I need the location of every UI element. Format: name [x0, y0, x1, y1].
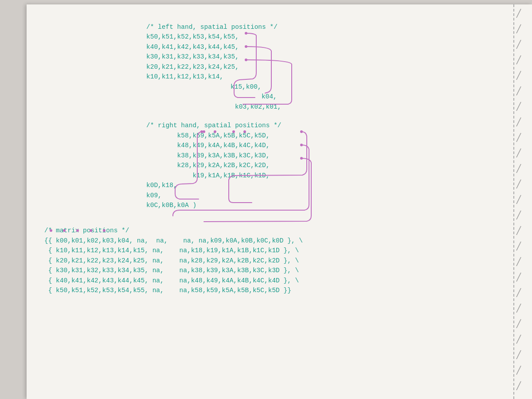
svg-line-1	[516, 24, 521, 33]
left-hand-section: /* left hand, spatial positions */ k50,k…	[44, 22, 505, 112]
svg-line-4	[516, 71, 521, 80]
svg-line-10	[516, 164, 521, 173]
left-hand-comment: /* left hand, spatial positions */	[146, 22, 505, 32]
svg-line-23	[516, 366, 521, 375]
svg-line-22	[516, 350, 521, 359]
matrix-section: /* matrix positions */ {{ k00,k01,k02,k0…	[44, 226, 505, 295]
right-hand-cont-1: k0D,k18,	[146, 180, 505, 190]
svg-line-17	[516, 273, 521, 282]
right-hand-row-5: k19,k1A,k1B,k1C,k1D,	[146, 171, 505, 180]
left-hand-cont-2: k04,	[44, 92, 505, 102]
left-hand-row-4: k20,k21,k22,k23,k24,k25,	[146, 62, 505, 72]
svg-line-5	[516, 86, 521, 95]
svg-line-11	[516, 180, 521, 188]
svg-line-18	[516, 288, 521, 297]
svg-line-16	[516, 257, 521, 266]
svg-line-14	[516, 226, 521, 235]
svg-line-7	[516, 117, 521, 126]
svg-line-21	[516, 335, 521, 344]
svg-line-9	[516, 149, 521, 157]
matrix-row-1: {{ k00,k01,k02,k03,k04, na, na, na, na,k…	[44, 236, 505, 246]
matrix-row-6: { k50,k51,k52,k53,k54,k55, na, na,k58,k5…	[44, 286, 505, 295]
svg-line-24	[516, 381, 521, 390]
left-hand-row-1: k50,k51,k52,k53,k54,k55,	[146, 32, 505, 42]
svg-line-3	[516, 55, 521, 64]
svg-line-13	[516, 211, 521, 219]
left-hand-row-3: k30,k31,k32,k33,k34,k35,	[146, 52, 505, 62]
matrix-row-3: { k20,k21,k22,k23,k24,k25, na, na,k28,k2…	[44, 256, 505, 266]
right-hand-section: /* right hand, spatial positions */ k58,…	[44, 121, 505, 210]
right-hand-cont-2: k09,	[146, 191, 505, 200]
matrix-row-2: { k10,k11,k12,k13,k14,k15, na, na,k18,k1…	[44, 246, 505, 255]
svg-line-15	[516, 242, 521, 250]
page: /* left hand, spatial positions */ k50,k…	[27, 4, 532, 399]
left-hand-cont-1: k15,k00,	[44, 82, 505, 92]
matrix-comment: /* matrix positions */	[44, 226, 505, 235]
margin-dashes	[508, 4, 532, 399]
right-hand-row-3: k38,k39,k3A,k3B,k3C,k3D,	[146, 151, 505, 160]
svg-line-2	[516, 40, 521, 49]
left-hand-row-5: k10,k11,k12,k13,k14,	[146, 72, 505, 82]
left-hand-row-2: k40,k41,k42,k43,k44,k45,	[146, 42, 505, 52]
right-hand-comment: /* right hand, spatial positions */	[146, 121, 505, 130]
svg-line-19	[516, 304, 521, 313]
right-hand-cont-3: k0C,k0B,k0A )	[146, 200, 505, 210]
matrix-row-5: { k40,k41,k42,k43,k44,k45, na, na,k48,k4…	[44, 276, 505, 286]
matrix-row-4: { k30,k31,k32,k33,k34,k35, na, na,k38,k3…	[44, 266, 505, 275]
left-hand-cont-3: k03,k02,k01,	[44, 102, 505, 112]
svg-line-8	[516, 133, 521, 142]
svg-line-12	[516, 195, 521, 204]
right-hand-row-2: k48,k49,k4A,k4B,k4C,k4D,	[146, 141, 505, 150]
svg-line-6	[516, 102, 521, 111]
svg-line-0	[516, 9, 521, 18]
right-hand-row-1: k58,k59,k5A,k5B,k5C,k5D,	[146, 131, 505, 141]
svg-line-20	[516, 319, 521, 328]
right-hand-row-4: k28,k29,k2A,k2B,k2C,k2D,	[146, 160, 505, 170]
